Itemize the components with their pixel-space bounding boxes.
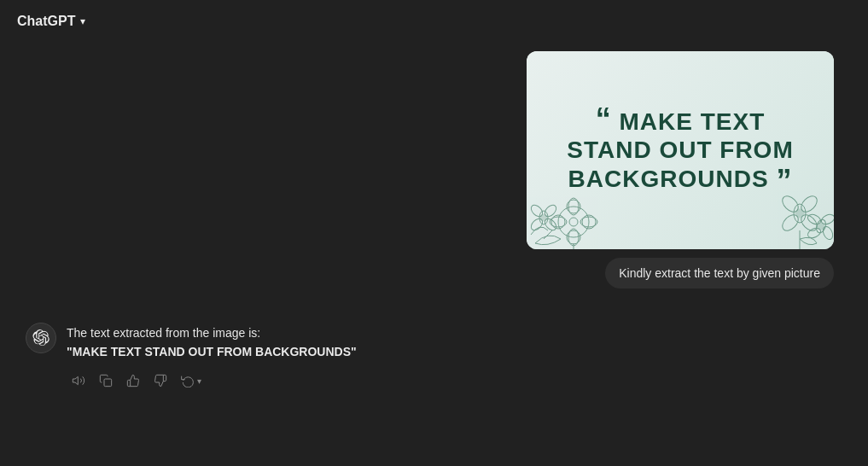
svg-point-7 (580, 217, 597, 227)
image-line2: STAND OUT FROM (567, 137, 793, 163)
read-aloud-button[interactable] (67, 370, 90, 391)
thumbs-up-button[interactable] (121, 370, 145, 391)
image-quote-text: “ MAKE TEXT STAND OUT FROM BACKGROUNDS ” (541, 90, 818, 211)
svg-point-27 (821, 225, 834, 242)
assistant-content: The text extracted from the image is: "M… (67, 323, 851, 391)
thumbs-up-icon (126, 374, 140, 387)
assistant-avatar (26, 323, 56, 353)
user-message-text: Kindly extract the text by given picture (619, 266, 820, 280)
svg-point-2 (551, 215, 565, 229)
svg-point-14 (543, 217, 558, 232)
regenerate-chevron: ▾ (197, 376, 201, 386)
thumbs-down-icon (154, 374, 167, 387)
chatgpt-logo-icon (32, 329, 50, 347)
copy-icon (99, 374, 113, 387)
copy-button[interactable] (94, 370, 118, 391)
svg-point-28 (807, 213, 823, 226)
svg-point-8 (568, 229, 579, 246)
svg-point-3 (567, 230, 580, 244)
svg-point-26 (820, 213, 834, 226)
svg-point-17 (540, 214, 547, 221)
svg-point-4 (582, 215, 596, 229)
speaker-icon (72, 374, 85, 387)
action-buttons-row: ▾ (67, 370, 851, 391)
svg-point-22 (779, 212, 801, 233)
image-line1: MAKE TEXT (619, 108, 765, 135)
open-quote-mark: “ (596, 102, 612, 137)
regenerate-icon (181, 374, 195, 387)
svg-line-11 (544, 230, 552, 239)
svg-point-30 (818, 223, 824, 230)
regenerate-button[interactable]: ▾ (176, 370, 207, 391)
chat-area: “ MAKE TEXT STAND OUT FROM BACKGROUNDS ”… (0, 0, 868, 466)
image-line3: BACKGROUNDS (568, 166, 769, 192)
svg-point-23 (795, 209, 804, 218)
svg-rect-31 (104, 379, 112, 387)
shared-image-card: “ MAKE TEXT STAND OUT FROM BACKGROUNDS ” (527, 51, 834, 249)
thumbs-down-button[interactable] (149, 370, 172, 391)
svg-point-25 (815, 218, 828, 234)
assistant-intro-text: The text extracted from the image is: (67, 326, 851, 340)
image-card-inner: “ MAKE TEXT STAND OUT FROM BACKGROUNDS ” (527, 51, 834, 249)
svg-point-5 (569, 218, 578, 226)
svg-point-0 (558, 207, 589, 237)
svg-point-29 (807, 226, 823, 240)
user-message-section: “ MAKE TEXT STAND OUT FROM BACKGROUNDS ”… (17, 51, 851, 288)
svg-point-16 (529, 217, 545, 232)
assistant-message-section: The text extracted from the image is: "M… (17, 323, 851, 391)
svg-point-12 (539, 211, 548, 224)
svg-point-20 (798, 212, 819, 233)
svg-point-9 (550, 217, 567, 227)
close-quote-mark: ” (776, 163, 792, 198)
assistant-extracted-text: "MAKE TEXT STAND OUT FROM BACKGROUNDS" (67, 345, 851, 358)
user-text-bubble: Kindly extract the text by given picture (605, 258, 834, 288)
